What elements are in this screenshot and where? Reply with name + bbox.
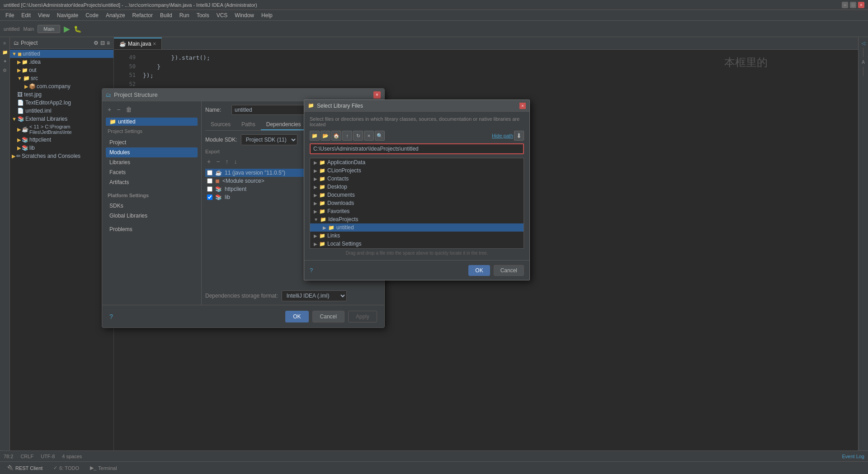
ps-apply-button[interactable]: Apply (348, 311, 377, 322)
ps-tab-sources[interactable]: Sources (205, 119, 236, 130)
ps-module-item[interactable]: 📁 untitled (106, 118, 198, 126)
ps-ok-button[interactable]: OK (285, 311, 308, 322)
rest-client-btn[interactable]: 🔌 REST Client (4, 464, 46, 472)
terminal-btn[interactable]: ▶_ Terminal (86, 464, 121, 472)
menu-navigate[interactable]: Navigate (53, 11, 82, 19)
ps-close-button[interactable]: × (373, 91, 381, 99)
ps-add-button[interactable]: + (106, 105, 113, 114)
sidebar-icon-1[interactable]: ≡ (1, 39, 9, 47)
tree-item-src[interactable]: ▼ 📁 src (10, 74, 113, 82)
ps-menu-global-libraries[interactable]: Global Libraries (106, 211, 198, 221)
menu-tools[interactable]: Tools (193, 11, 213, 19)
close-button[interactable]: × (858, 2, 864, 8)
ps-deps-up-button[interactable]: ↑ (223, 157, 230, 166)
slf-tree-item-clion[interactable]: ▶ 📁 CLionProjects (310, 166, 524, 175)
slf-home-btn[interactable]: 🏠 (331, 131, 341, 141)
minimize-button[interactable]: − (842, 2, 848, 8)
ps-deps-format-select[interactable]: IntelliJ IDEA (.iml) (282, 290, 347, 301)
menu-view[interactable]: View (34, 11, 53, 19)
ps-dep-jdk-checkbox[interactable] (207, 170, 212, 175)
slf-tree-item-desktop[interactable]: ▶ 📁 Desktop (310, 183, 524, 191)
ps-remove-button[interactable]: − (115, 105, 122, 114)
tree-item-lib[interactable]: ▶ 📚 lib (10, 144, 113, 152)
slf-tree-item-localsettings[interactable]: ▶ 📁 Local Settings (310, 240, 524, 248)
menu-window[interactable]: Window (231, 11, 258, 19)
slf-path-input[interactable] (310, 143, 524, 154)
slf-folder-btn[interactable]: 📂 (321, 131, 330, 141)
run-config-dropdown[interactable]: Main (38, 25, 60, 33)
tree-item-idea[interactable]: ▶ 📁 .idea (10, 58, 113, 66)
menu-help[interactable]: Help (258, 11, 276, 19)
tree-item-scratches[interactable]: ▶ ✏ Scratches and Consoles (10, 152, 113, 160)
ps-menu-problems[interactable]: Problems (106, 224, 198, 234)
ps-cancel-button[interactable]: Cancel (312, 311, 344, 322)
slf-tree-item-links[interactable]: ▶ 📁 Links (310, 232, 524, 240)
todo-btn[interactable]: ✓ 6: TODO (50, 464, 83, 472)
tree-item-jdk[interactable]: ▶ ☕ < 11 > C:\Program Files\JetBrains\In… (10, 123, 113, 136)
debug-button[interactable]: 🐛 (74, 25, 81, 33)
ps-menu-libraries[interactable]: Libraries (106, 157, 198, 167)
ps-help-button[interactable]: ? (109, 313, 113, 320)
ps-tab-paths[interactable]: Paths (236, 119, 261, 130)
ps-menu-facets[interactable]: Facets (106, 167, 198, 177)
sidebar-icon-2[interactable]: 📁 (1, 48, 9, 56)
ps-tab-dependencies[interactable]: Dependencies (261, 119, 307, 130)
tab-close-main[interactable]: × (153, 41, 156, 47)
slf-search-btn[interactable]: 🔍 (375, 131, 385, 141)
tree-item-untitlediml[interactable]: 📄 untitled.iml (10, 107, 113, 115)
slf-tree-item-favorites[interactable]: ▶ 📁 Favorites (310, 207, 524, 215)
project-gear-icon[interactable]: ≡ (107, 40, 110, 46)
tree-item-texteditorlog[interactable]: 📄 TextEditorApp2.log (10, 99, 113, 107)
ps-delete-button[interactable]: 🗑 (124, 105, 134, 114)
slf-ok-button[interactable]: OK (468, 265, 490, 276)
menu-edit[interactable]: Edit (18, 11, 34, 19)
slf-cancel-button[interactable]: Cancel (494, 265, 524, 276)
slf-tree-item-contacts[interactable]: ▶ 📁 Contacts (310, 175, 524, 183)
sidebar-icon-3[interactable]: ✦ (1, 57, 9, 65)
sidebar-icon-4[interactable]: ⚙ (1, 66, 9, 74)
menu-run[interactable]: Run (176, 11, 193, 19)
tree-item-out[interactable]: ▶ 📁 out (10, 66, 113, 74)
slf-tree-item-music[interactable]: ▶ 📁 Music (310, 248, 524, 249)
slf-close-button[interactable]: × (519, 103, 526, 109)
menu-analyze[interactable]: Analyze (102, 11, 129, 19)
ps-menu-sdks[interactable]: SDKs (106, 201, 198, 211)
tree-item-untitled[interactable]: ▼ ◼ untitled (10, 50, 113, 58)
slf-hide-path-btn[interactable]: Hide path (492, 133, 513, 138)
right-icon-1[interactable]: ◁ (859, 39, 868, 47)
ps-deps-add-button[interactable]: + (205, 157, 212, 166)
tree-item-httpclient[interactable]: ▶ 📚 httpclient (10, 136, 113, 144)
slf-down-button[interactable]: ⬇ (514, 131, 524, 141)
run-button[interactable]: ▶ (64, 24, 70, 34)
project-layout-icon[interactable]: ⊟ (100, 40, 105, 46)
project-settings-icon[interactable]: ⚙ (94, 40, 99, 46)
ps-dep-httpclient-checkbox[interactable] (207, 186, 212, 192)
tree-item-comcompany[interactable]: ▶ 📦 com.company (10, 82, 113, 90)
ps-dep-module-checkbox[interactable] (207, 178, 212, 184)
ps-menu-modules[interactable]: Modules (106, 147, 198, 157)
slf-tree-item-untitled[interactable]: ▶ 📁 untitled (310, 223, 524, 232)
ps-menu-project[interactable]: Project (106, 137, 198, 147)
ps-deps-down-button[interactable]: ↓ (232, 157, 239, 166)
tree-item-testjpg[interactable]: 🖼 test.jpg (10, 90, 113, 99)
slf-help-button[interactable]: ? (310, 267, 313, 274)
editor-tab-main[interactable]: ☕ Main.java × (114, 38, 162, 49)
ps-menu-artifacts[interactable]: Artifacts (106, 177, 198, 187)
slf-tree-item-documents[interactable]: ▶ 📁 Documents (310, 191, 524, 199)
tree-item-external-libraries[interactable]: ▼ 📚 External Libraries (10, 115, 113, 123)
ps-dep-lib-checkbox[interactable] (207, 194, 212, 200)
slf-up-btn[interactable]: ↑ (342, 131, 352, 141)
slf-tree-item-ideaprojects[interactable]: ▼ 📁 IdeaProjects (310, 215, 524, 223)
menu-build[interactable]: Build (156, 11, 176, 19)
slf-tree-item-downloads[interactable]: ▶ 📁 Downloads (310, 199, 524, 207)
slf-refresh-btn[interactable]: ↻ (353, 131, 363, 141)
menu-file[interactable]: File (2, 11, 18, 19)
right-icon-ant[interactable]: A (859, 58, 868, 66)
menu-vcs[interactable]: VCS (213, 11, 231, 19)
event-log-label[interactable]: Event Log (842, 454, 864, 459)
menu-code[interactable]: Code (82, 11, 102, 19)
ps-deps-remove-button[interactable]: − (214, 157, 222, 166)
menu-refactor[interactable]: Refactor (129, 11, 156, 19)
maximize-button[interactable]: □ (850, 2, 856, 8)
ps-sdk-select[interactable]: Project SDK (11) (241, 134, 297, 145)
